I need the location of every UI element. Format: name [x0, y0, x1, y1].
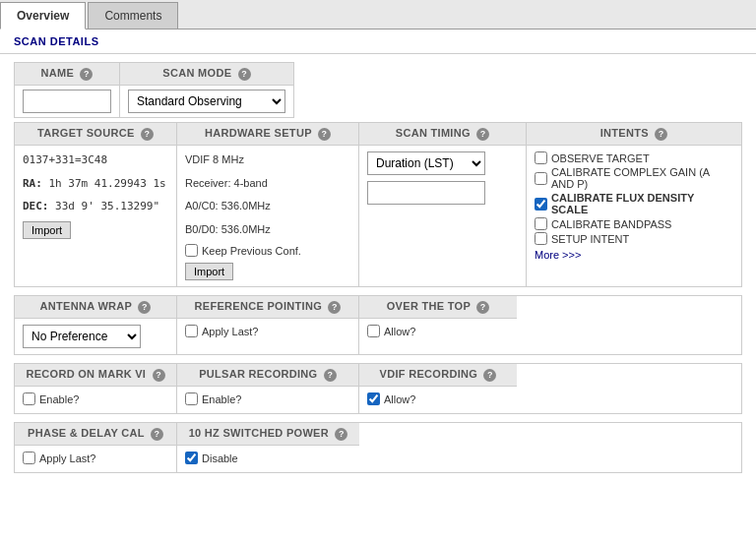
name-label: NAME ?: [15, 63, 119, 86]
intent-observe-target: OBSERVE TARGET: [535, 151, 733, 164]
target-ra: RA: 1h 37m 41.29943 1s: [23, 175, 168, 193]
name-help-icon[interactable]: ?: [80, 68, 93, 81]
hw-line3: A0/C0: 536.0MHz: [185, 198, 350, 215]
target-name: 0137+331=3C48: [23, 151, 168, 169]
intents-cell: INTENTS ? OBSERVE TARGET CALIBRATE COMPL…: [527, 123, 741, 286]
antenna-row: ANTENNA WRAP ? No Preference Positive Ne…: [14, 295, 742, 355]
reference-apply-last-checkbox[interactable]: [185, 325, 198, 337]
switched-power-disable-checkbox[interactable]: [185, 452, 198, 464]
intent-setup-intent-checkbox[interactable]: [535, 232, 547, 245]
scan-mode-label: SCAN MODE ?: [120, 63, 293, 86]
recording-row: RECORD ON MARK VI ? Enable? PULSAR RECOR…: [14, 363, 742, 414]
duration-select[interactable]: Duration (LST): [367, 151, 485, 175]
name-input[interactable]: Flux cal: [23, 90, 111, 113]
over-the-top-cell: OVER THE TOP ? Allow?: [359, 296, 517, 354]
target-dec: DEC: 33d 9' 35.13299": [23, 198, 168, 215]
target-import-button[interactable]: Import: [23, 221, 71, 239]
reference-pointing-help-icon[interactable]: ?: [328, 301, 341, 314]
over-the-top-header: OVER THE TOP ?: [359, 296, 517, 319]
tab-comments[interactable]: Comments: [88, 2, 178, 29]
scan-timing-help-icon[interactable]: ?: [476, 128, 489, 141]
switched-power-disable: Disable: [185, 452, 351, 464]
intent-setup-intent: SETUP INTENT: [535, 232, 733, 245]
record-mark6-enable-checkbox[interactable]: [23, 392, 35, 405]
pulsar-enable: Enable?: [185, 392, 350, 405]
vdif-recording-header: VDIF RECORDING ?: [359, 364, 517, 387]
tabs-bar: Overview Comments: [0, 0, 756, 30]
intent-calibrate-bandpass: CALIBRATE BANDPASS: [535, 217, 733, 230]
antenna-wrap-header: ANTENNA WRAP ?: [15, 296, 176, 319]
intent-calibrate-flux: CALIBRATE FLUX DENSITY SCALE: [535, 192, 733, 215]
record-mark6-help-icon[interactable]: ?: [153, 369, 165, 382]
vdif-allow: Allow?: [367, 392, 509, 405]
hardware-import-button[interactable]: Import: [185, 263, 233, 280]
scan-timing-cell: SCAN TIMING ? Duration (LST) 00:04:00: [359, 123, 527, 286]
intent-calibrate-complex-checkbox[interactable]: [535, 172, 547, 185]
record-mark6-enable: Enable?: [23, 392, 168, 405]
vdif-recording-cell: VDIF RECORDING ? Allow?: [359, 364, 517, 413]
pulsar-recording-cell: PULSAR RECORDING ? Enable?: [177, 364, 359, 413]
intents-header: INTENTS ?: [527, 123, 741, 146]
time-input[interactable]: 00:04:00: [367, 181, 485, 205]
target-source-header: TARGET SOURCE ?: [15, 123, 176, 146]
phase-delay-cal-cell: PHASE & DELAY CAL ? Apply Last?: [15, 423, 177, 472]
target-source-cell: TARGET SOURCE ? 0137+331=3C48 RA: 1h 37m…: [15, 123, 177, 286]
intent-calibrate-bandpass-checkbox[interactable]: [535, 217, 547, 230]
scan-details-header: SCAN DETAILS: [0, 30, 756, 54]
hardware-setup-header: HARDWARE SETUP ?: [177, 123, 358, 146]
main-grid: TARGET SOURCE ? 0137+331=3C48 RA: 1h 37m…: [14, 122, 742, 287]
switched-power-header: 10 HZ SWITCHED POWER ?: [177, 423, 359, 446]
hw-line4: B0/D0: 536.0MHz: [185, 221, 350, 239]
vdif-allow-checkbox[interactable]: [367, 392, 380, 405]
more-link[interactable]: More >>>: [535, 249, 733, 261]
vdif-recording-help-icon[interactable]: ?: [483, 369, 496, 382]
phase-delay-cal-help-icon[interactable]: ?: [151, 428, 163, 441]
pulsar-recording-help-icon[interactable]: ?: [324, 369, 337, 382]
switched-power-cell: 10 HZ SWITCHED POWER ? Disable: [177, 423, 359, 472]
phase-row: PHASE & DELAY CAL ? Apply Last? 10 HZ SW…: [14, 422, 742, 473]
over-the-top-allow: Allow?: [367, 325, 509, 337]
hardware-setup-cell: HARDWARE SETUP ? VDIF 8 MHz Receiver: 4-…: [177, 123, 359, 286]
keep-prev-label: Keep Previous Conf.: [202, 245, 301, 257]
switched-power-help-icon[interactable]: ?: [335, 428, 347, 441]
scan-mode-select[interactable]: Standard Observing Holography Phased Arr…: [128, 90, 285, 113]
scan-timing-header: SCAN TIMING ?: [359, 123, 526, 146]
record-mark6-cell: RECORD ON MARK VI ? Enable?: [15, 364, 177, 413]
antenna-wrap-select[interactable]: No Preference Positive Negative: [23, 325, 141, 348]
hardware-help-icon[interactable]: ?: [318, 128, 331, 141]
intents-help-icon[interactable]: ?: [655, 128, 667, 141]
antenna-wrap-help-icon[interactable]: ?: [138, 301, 151, 314]
intent-calibrate-flux-checkbox[interactable]: [535, 198, 547, 211]
phase-apply-last-checkbox[interactable]: [23, 452, 35, 464]
scan-mode-help-icon[interactable]: ?: [238, 68, 251, 81]
over-the-top-help-icon[interactable]: ?: [476, 301, 489, 314]
reference-pointing-cell: REFERENCE POINTING ? Apply Last?: [177, 296, 359, 354]
reference-pointing-header: REFERENCE POINTING ?: [177, 296, 358, 319]
record-mark6-header: RECORD ON MARK VI ?: [15, 364, 176, 387]
hw-line1: VDIF 8 MHz: [185, 151, 350, 169]
target-source-help-icon[interactable]: ?: [141, 128, 154, 141]
tab-overview[interactable]: Overview: [0, 2, 86, 30]
phase-apply-last: Apply Last?: [23, 452, 168, 464]
keep-prev-checkbox[interactable]: [185, 244, 198, 257]
phase-delay-cal-header: PHASE & DELAY CAL ?: [15, 423, 176, 446]
intent-calibrate-complex: CALIBRATE COMPLEX GAIN (A AND P): [535, 166, 733, 190]
intent-observe-target-checkbox[interactable]: [535, 151, 547, 164]
antenna-wrap-cell: ANTENNA WRAP ? No Preference Positive Ne…: [15, 296, 177, 354]
reference-apply-last: Apply Last?: [185, 325, 350, 337]
pulsar-recording-header: PULSAR RECORDING ?: [177, 364, 358, 387]
hw-line2: Receiver: 4-band: [185, 175, 350, 193]
over-the-top-allow-checkbox[interactable]: [367, 325, 380, 337]
pulsar-enable-checkbox[interactable]: [185, 392, 198, 405]
